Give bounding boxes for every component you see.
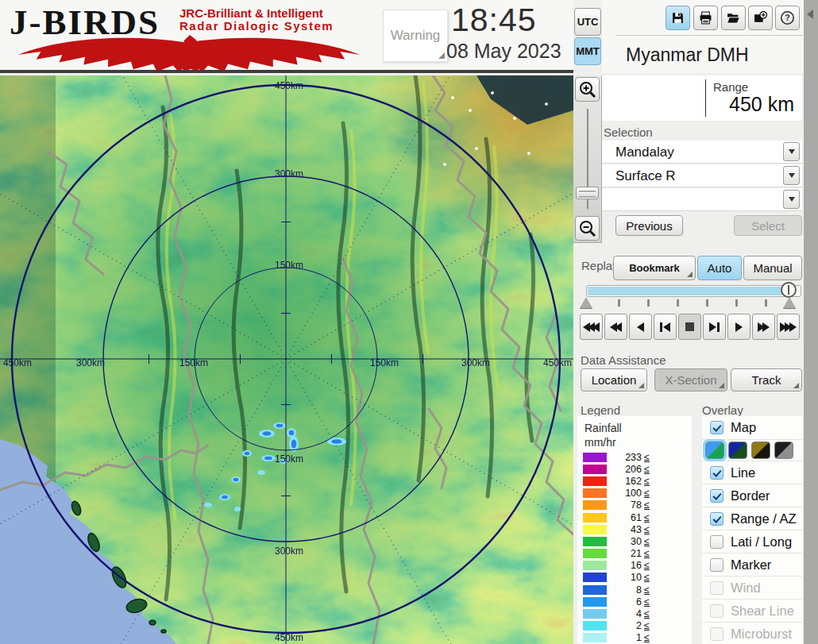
app-logo: J-BIRDS JRC-Brilliant & Intelligent Rada… [6,2,380,71]
overlay-checkbox[interactable] [710,512,723,526]
legend-row: 43 ≤ [577,523,692,535]
add-capture-icon [754,11,767,25]
overlay-item[interactable]: Wind [702,577,803,600]
play-button[interactable] [727,314,750,340]
legend-value: 2 [607,620,642,631]
panel-collapse-strip[interactable] [804,0,818,644]
chevron-down-icon [789,197,795,202]
svg-text:?: ? [785,13,790,22]
legend-row: 21 ≤ [577,548,692,560]
map-style-selector [702,440,803,461]
slider-end-marker[interactable] [783,297,796,308]
skip-start-button[interactable] [654,314,677,340]
overlay-item[interactable]: Marker [702,553,803,577]
legend-row: 30 ≤ [577,535,692,547]
eagle-icon [8,33,370,73]
svg-text:300km: 300km [275,546,303,557]
rewind-button[interactable] [604,314,627,340]
help-button[interactable]: ? [775,6,800,30]
save-button[interactable] [666,6,690,30]
legend-color-swatch [583,537,607,546]
radar-map-canvas[interactable]: 450km 300km 150km 150km 300km 450km 450k… [0,75,573,644]
fast-forward-button[interactable] [752,314,775,340]
map-style-swatch[interactable] [705,442,724,459]
legend-value: 78 [607,499,642,511]
replay-slider-handle[interactable] [781,282,797,298]
legend-lte-symbol: ≤ [644,499,650,511]
product-dropdown[interactable]: Surface R [602,164,802,187]
range-value: 450 km [675,93,794,116]
fastest-forward-button[interactable] [777,314,800,340]
legend-value: 1 [607,632,642,643]
site-dropdown[interactable]: Mandalay [602,141,802,164]
map-style-swatch[interactable] [774,442,793,459]
select-button[interactable]: Select [734,215,802,236]
map-style-swatch[interactable] [751,442,770,459]
skip-end-icon [709,322,720,332]
legend-color-swatch [583,525,607,534]
overlay-checkbox[interactable] [710,604,723,618]
overlay-checkbox[interactable] [710,466,723,480]
product-dropdown-value: Surface R [615,168,676,183]
overlay-item[interactable]: Lati / Long [702,530,803,553]
extra-dropdown-arrow[interactable] [783,190,800,209]
stop-button[interactable] [678,314,701,340]
control-panel: UTC MMT ? My [573,0,818,644]
site-dropdown-value: Mandalay [615,145,674,160]
overlay-checkbox[interactable] [710,535,723,549]
map-style-swatch[interactable] [728,442,747,459]
overlay-item[interactable]: Border [702,484,803,507]
svg-text:150km: 150km [179,357,208,368]
overlay-item[interactable]: Microburst [702,623,803,644]
overlay-checkbox[interactable] [710,581,723,595]
zoom-slider-handle[interactable] [576,187,599,199]
radar-map[interactable]: 450km 300km 150km 150km 300km 450km 450k… [0,75,573,644]
legend-value: 6 [607,596,642,607]
legend-value: 8 [607,584,642,596]
checkbox-map[interactable] [710,421,723,434]
open-folder-button[interactable] [721,6,746,30]
legend-row: 233 ≤ [577,451,692,463]
svg-text:150km: 150km [275,453,303,465]
slider-start-marker[interactable] [580,297,592,308]
print-button[interactable] [693,6,718,30]
legend-lte-symbol: ≤ [644,584,650,596]
legend-value: 30 [607,536,642,547]
header-divider [0,70,573,73]
legend-value: 61 [607,512,642,523]
overlay-item[interactable]: Shear Line [702,600,803,623]
overlay-item-map[interactable]: Map [702,416,803,440]
fast-rewind-button[interactable] [580,314,603,340]
overlay-label: Overlay [702,403,743,417]
utc-button[interactable]: UTC [574,8,601,36]
legend-label: Legend [581,403,620,417]
overlay-item[interactable]: Range / AZ [702,507,803,530]
location-button[interactable]: Location [581,368,647,391]
warning-button[interactable]: Warning [383,10,448,62]
previous-button[interactable]: Previous [615,215,683,236]
toolbar-divider [615,35,803,36]
clock-time: 18:45 [451,2,537,39]
stop-icon [685,322,694,331]
skip-end-button[interactable] [703,314,726,340]
zoom-in-button[interactable] [575,77,600,102]
add-capture-button[interactable] [748,6,773,30]
bookmark-button[interactable]: Bookmark [613,256,696,280]
overlay-checkbox[interactable] [710,627,723,641]
site-dropdown-arrow[interactable] [783,142,800,161]
replay-slider-track[interactable] [586,285,801,297]
x-section-button[interactable]: X-Section [654,368,727,391]
product-dropdown-arrow[interactable] [783,166,800,185]
step-back-button[interactable] [629,314,652,340]
manual-mode-button[interactable]: Manual [743,256,802,280]
legend-lte-symbol: ≤ [644,572,650,583]
auto-mode-button[interactable]: Auto [697,256,742,280]
overlay-checkbox[interactable] [710,489,723,503]
track-button[interactable]: Track [731,368,802,391]
extra-dropdown[interactable] [602,188,802,211]
zoom-out-button[interactable] [575,216,600,241]
mmt-button[interactable]: MMT [574,37,601,65]
overlay-checkbox[interactable] [710,558,723,572]
overlay-item[interactable]: Line [702,461,803,484]
legend-value: 16 [607,560,642,571]
